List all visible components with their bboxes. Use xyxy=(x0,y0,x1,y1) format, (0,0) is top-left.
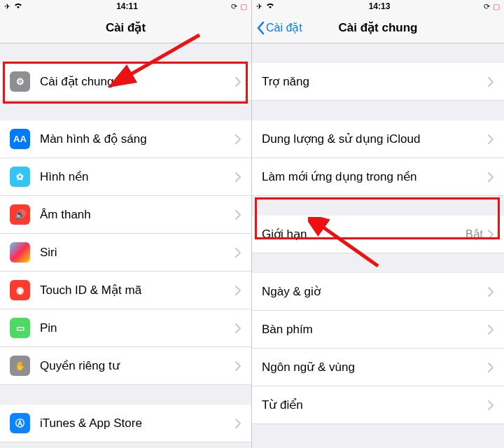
section-gap xyxy=(252,101,504,120)
siri-icon xyxy=(10,242,30,262)
row-label: Giới hạn xyxy=(262,227,465,241)
row-label: Trợ năng xyxy=(262,74,487,89)
chevron-right-icon xyxy=(234,209,241,220)
chevron-right-icon xyxy=(487,286,494,298)
row-label: Ngày & giờ xyxy=(262,284,487,299)
settings-row-pin[interactable]: ▭Pin xyxy=(0,309,251,347)
privacy-icon: ✋ xyxy=(10,356,30,376)
row-label: Cài đặt chung xyxy=(40,74,234,89)
status-left: ✈︎ xyxy=(4,2,23,11)
row-label: Dung lượng & sử dụng iCloud xyxy=(262,132,487,146)
nav-bar: Cài đặt xyxy=(0,13,251,43)
row-label: Pin xyxy=(40,321,234,335)
row-value: Bật xyxy=(465,227,483,241)
settings-list[interactable]: ⚙︎Cài đặt chungAAMàn hình & độ sáng✿Hình… xyxy=(0,43,251,448)
status-time: 14:13 xyxy=(275,1,484,11)
row-label: Touch ID & Mật mã xyxy=(40,283,234,298)
general-settings-screen: ✈︎ 14:13 ⟳ ▢ Cài đặt Cài đặt chung Trợ n… xyxy=(252,0,504,448)
general-list[interactable]: Trợ năngDung lượng & sử dụng iCloudLàm m… xyxy=(252,43,504,448)
settings-row-touchid[interactable]: ◉Touch ID & Mật mã xyxy=(0,272,251,309)
row-label: Bàn phím xyxy=(262,323,487,337)
chevron-right-icon xyxy=(487,362,494,373)
status-time: 14:11 xyxy=(23,1,231,11)
row-label: Siri xyxy=(40,246,234,260)
general-row-datetime[interactable]: Ngày & giờ xyxy=(252,273,504,311)
status-left: ✈︎ xyxy=(256,2,275,11)
row-label: Làm mới ứng dụng trong nền xyxy=(262,169,487,184)
general-row-bgrefresh[interactable]: Làm mới ứng dụng trong nền xyxy=(252,158,504,196)
row-label: iTunes & App Store xyxy=(40,416,234,430)
pin-icon: ▭ xyxy=(10,318,30,338)
chevron-right-icon xyxy=(234,76,241,88)
general-row-keyboard[interactable]: Bàn phím xyxy=(252,311,504,349)
row-label: Ngôn ngữ & vùng xyxy=(262,360,487,374)
page-title: Cài đặt xyxy=(0,20,251,35)
appstore-icon: Ⓐ xyxy=(10,413,30,433)
section-gap xyxy=(0,43,251,63)
general-row-storage[interactable]: Dung lượng & sử dụng iCloud xyxy=(252,120,504,158)
general-row-language[interactable]: Ngôn ngữ & vùng xyxy=(252,349,504,386)
airplane-icon: ✈︎ xyxy=(256,2,262,11)
settings-row-wallpaper[interactable]: ✿Hình nền xyxy=(0,158,251,196)
battery-low-icon: ▢ xyxy=(240,2,247,11)
orientation-lock-icon: ⟳ xyxy=(484,2,490,11)
chevron-right-icon xyxy=(234,360,241,372)
chevron-right-icon xyxy=(234,323,241,334)
section-gap xyxy=(252,253,504,273)
nav-bar: Cài đặt Cài đặt chung xyxy=(252,13,504,43)
chevron-right-icon xyxy=(487,229,494,240)
display-icon: AA xyxy=(10,129,30,149)
row-label: Âm thanh xyxy=(40,208,234,222)
status-right: ⟳ ▢ xyxy=(484,2,500,11)
chevron-right-icon xyxy=(487,76,494,88)
settings-row-display[interactable]: AAMàn hình & độ sáng xyxy=(0,120,251,158)
section-gap xyxy=(252,196,504,216)
touchid-icon: ◉ xyxy=(10,280,30,300)
wifi-icon xyxy=(265,2,275,10)
sound-icon: 🔊 xyxy=(10,204,30,225)
settings-row-privacy[interactable]: ✋Quyền riêng tư xyxy=(0,347,251,385)
settings-row-appstore[interactable]: ⒶiTunes & App Store xyxy=(0,405,251,442)
section-gap xyxy=(252,43,504,63)
chevron-right-icon xyxy=(234,418,241,429)
row-label: Từ điển xyxy=(262,398,487,412)
chevron-right-icon xyxy=(234,172,241,183)
wifi-icon xyxy=(13,2,23,10)
settings-screen: ✈︎ 14:11 ⟳ ▢ Cài đặt ⚙︎Cài đặt chungAAMà… xyxy=(0,0,252,448)
chevron-right-icon xyxy=(234,247,241,258)
settings-row-siri[interactable]: Siri xyxy=(0,234,251,272)
status-right: ⟳ ▢ xyxy=(231,2,247,11)
section-gap xyxy=(0,442,251,448)
chevron-right-icon xyxy=(234,134,241,145)
chevron-right-icon xyxy=(487,172,494,183)
chevron-left-icon xyxy=(256,21,265,35)
row-label: Màn hình & độ sáng xyxy=(40,132,234,146)
settings-row-general[interactable]: ⚙︎Cài đặt chung xyxy=(0,63,251,101)
row-label: Hình nền xyxy=(40,169,234,184)
general-row-restrictions[interactable]: Giới hạnBật xyxy=(252,216,504,253)
chevron-right-icon xyxy=(487,134,494,145)
row-label: Quyền riêng tư xyxy=(40,358,234,373)
status-bar: ✈︎ 14:13 ⟳ ▢ xyxy=(252,0,504,13)
section-gap xyxy=(0,385,251,405)
airplane-icon: ✈︎ xyxy=(4,2,10,11)
chevron-right-icon xyxy=(487,324,494,335)
orientation-lock-icon: ⟳ xyxy=(231,2,237,11)
general-row-accessibility[interactable]: Trợ năng xyxy=(252,63,504,101)
chevron-right-icon xyxy=(234,285,241,296)
back-button[interactable]: Cài đặt xyxy=(252,21,302,35)
status-bar: ✈︎ 14:11 ⟳ ▢ xyxy=(0,0,251,13)
battery-low-icon: ▢ xyxy=(493,2,500,11)
chevron-right-icon xyxy=(487,400,494,411)
settings-row-sound[interactable]: 🔊Âm thanh xyxy=(0,196,251,234)
general-icon: ⚙︎ xyxy=(10,71,30,92)
section-gap xyxy=(0,101,251,120)
wallpaper-icon: ✿ xyxy=(10,167,30,187)
back-label: Cài đặt xyxy=(266,21,302,34)
general-row-dictionary[interactable]: Từ điển xyxy=(252,386,504,424)
